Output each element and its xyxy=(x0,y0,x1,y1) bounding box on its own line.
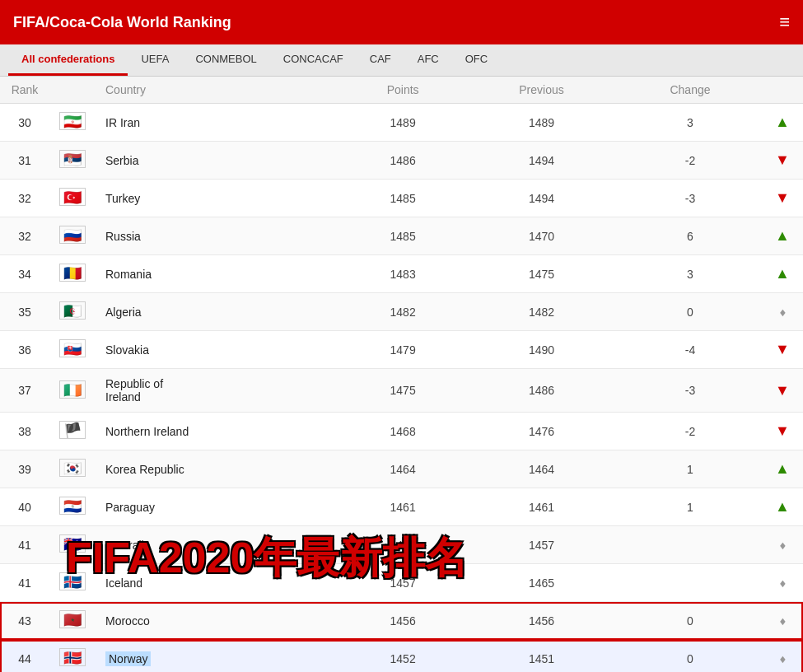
table-row: 32 🇹🇷 Turkey 1485 1494 -3 ▼ xyxy=(0,180,803,217)
country-cell: Iceland xyxy=(96,564,341,602)
col-trend xyxy=(762,77,803,104)
col-rank: Rank xyxy=(0,77,49,104)
tab-all-confederations[interactable]: All confederations xyxy=(8,44,128,76)
tab-afc[interactable]: AFC xyxy=(404,44,452,76)
country-cell: Serbia xyxy=(96,142,341,180)
prev-cell: 1494 xyxy=(465,180,619,217)
trend-down-icon: ▼ xyxy=(775,422,790,439)
rank-cell: 41 xyxy=(0,564,49,602)
change-cell: 0 xyxy=(619,640,762,673)
menu-icon[interactable]: ≡ xyxy=(779,12,790,33)
trend-up-icon: ▲ xyxy=(775,460,790,477)
country-cell: Romania xyxy=(96,255,341,293)
points-cell: 1456 xyxy=(341,602,465,640)
trend-down-icon: ▼ xyxy=(775,382,790,399)
rank-cell: 37 xyxy=(0,369,49,413)
flag-icon: 🇮🇷 xyxy=(59,112,86,130)
change-cell: 3 xyxy=(619,255,762,293)
change-cell: -3 xyxy=(619,369,762,413)
change-cell xyxy=(619,526,762,564)
trend-cell: ⬧ xyxy=(762,602,803,640)
prev-cell: 1475 xyxy=(465,255,619,293)
prev-cell: 1470 xyxy=(465,217,619,255)
flag-cell: 🇷🇸 xyxy=(49,142,96,180)
trend-down-icon: ▼ xyxy=(775,189,790,206)
points-cell: 1489 xyxy=(341,104,465,142)
trend-up-icon: ▲ xyxy=(775,498,790,515)
tab-conmebol[interactable]: CONMEBOL xyxy=(182,44,269,76)
rank-cell: 36 xyxy=(0,331,49,369)
points-cell: 1479 xyxy=(341,331,465,369)
points-cell: 1486 xyxy=(341,142,465,180)
flag-icon: 🇦🇺 xyxy=(59,534,86,553)
change-cell: 0 xyxy=(619,602,762,640)
trend-cell: ▼ xyxy=(762,369,803,413)
prev-cell: 1476 xyxy=(465,413,619,450)
country-name-highlight: Norway xyxy=(105,651,151,666)
trend-neutral-icon: ⬧ xyxy=(778,303,787,320)
flag-cell: 🇮🇸 xyxy=(49,564,96,602)
flag-icon: 🇸🇰 xyxy=(59,339,86,357)
trend-neutral-icon: ⬧ xyxy=(778,574,787,590)
flag-icon: 🇰🇷 xyxy=(59,459,86,477)
flag-cell: 🇮🇪 xyxy=(49,369,96,413)
trend-cell: ⬧ xyxy=(762,293,803,331)
points-cell: 1483 xyxy=(341,255,465,293)
trend-up-icon: ▲ xyxy=(775,227,790,244)
points-cell: 1482 xyxy=(341,293,465,331)
points-cell: 1485 xyxy=(341,180,465,217)
col-points: Points xyxy=(341,77,465,104)
flag-icon: 🇷🇴 xyxy=(59,264,86,282)
rank-cell: 43 xyxy=(0,602,49,640)
rank-cell: 39 xyxy=(0,450,49,488)
flag-icon: 🇳🇴 xyxy=(59,648,86,666)
tab-uefa[interactable]: UEFA xyxy=(128,44,182,76)
trend-up-icon: ▲ xyxy=(775,114,790,130)
trend-neutral-icon: ⬧ xyxy=(778,612,787,628)
country-cell: Algeria xyxy=(96,293,341,331)
table-row: 36 🇸🇰 Slovakia 1479 1490 -4 ▼ xyxy=(0,331,803,369)
tab-ofc[interactable]: OFC xyxy=(452,44,501,76)
tab-caf[interactable]: CAF xyxy=(357,44,404,76)
points-cell: 1461 xyxy=(341,488,465,526)
prev-cell: 1457 xyxy=(465,526,619,564)
trend-cell: ▼ xyxy=(762,331,803,369)
country-cell: Northern Ireland xyxy=(96,413,341,450)
col-country: Country xyxy=(96,77,341,104)
change-cell: 1 xyxy=(619,488,762,526)
change-cell: 3 xyxy=(619,104,762,142)
flag-cell: 🇩🇿 xyxy=(49,293,96,331)
flag-icon: 🇷🇸 xyxy=(59,150,86,168)
page-title: FIFA/Coca-Cola World Ranking xyxy=(13,14,231,31)
country-cell: Republic ofIreland xyxy=(96,369,341,413)
flag-cell: 🇰🇷 xyxy=(49,450,96,488)
tab-concacaf[interactable]: CONCACAF xyxy=(270,44,357,76)
trend-cell: ▼ xyxy=(762,413,803,450)
table-row: 41 🇦🇺 Australia 1457 1457 ⬧ xyxy=(0,526,803,564)
country-cell: Turkey xyxy=(96,180,341,217)
prev-cell: 1489 xyxy=(465,104,619,142)
flag-cell: 🇹🇷 xyxy=(49,180,96,217)
page-header: FIFA/Coca-Cola World Ranking ≡ xyxy=(0,0,803,44)
trend-cell: ▼ xyxy=(762,180,803,217)
trend-cell: ⬧ xyxy=(762,640,803,673)
flag-cell: 🇲🇦 xyxy=(49,602,96,640)
trend-cell: ⬧ xyxy=(762,526,803,564)
trend-up-icon: ▲ xyxy=(775,265,790,282)
change-cell: -2 xyxy=(619,142,762,180)
ranking-table: Rank Country Points Previous Change 30 🇮… xyxy=(0,77,803,672)
flag-cell: 🇦🇺 xyxy=(49,526,96,564)
points-cell: 1475 xyxy=(341,369,465,413)
flag-cell: 🏴 xyxy=(49,413,96,450)
flag-cell: 🇷🇺 xyxy=(49,217,96,255)
flag-icon: 🇮🇪 xyxy=(59,380,86,399)
flag-icon: 🇮🇸 xyxy=(59,572,86,590)
country-cell: Korea Republic xyxy=(96,450,341,488)
table-row: 37 🇮🇪 Republic ofIreland 1475 1486 -3 ▼ xyxy=(0,369,803,413)
prev-cell: 1494 xyxy=(465,142,619,180)
table-row: 38 🏴 Northern Ireland 1468 1476 -2 ▼ xyxy=(0,413,803,450)
rank-cell: 40 xyxy=(0,488,49,526)
flag-cell: 🇮🇷 xyxy=(49,104,96,142)
prev-cell: 1464 xyxy=(465,450,619,488)
country-cell: Australia xyxy=(96,526,341,564)
